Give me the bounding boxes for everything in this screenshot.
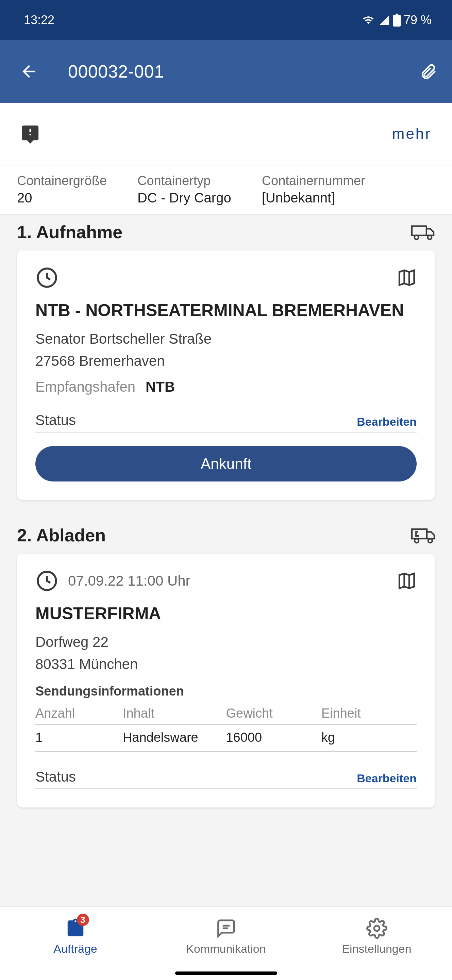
attachment-button[interactable] bbox=[418, 61, 438, 82]
svg-point-7 bbox=[415, 539, 419, 543]
map-icon[interactable] bbox=[397, 571, 417, 591]
section-title: 1. Aufnahme bbox=[17, 222, 122, 242]
svg-rect-1 bbox=[395, 14, 398, 16]
svg-point-3 bbox=[415, 235, 419, 240]
port-label: Empfangshafen bbox=[35, 379, 135, 395]
nav-settings[interactable]: Einstellungen bbox=[301, 907, 452, 966]
meta-label: Containertyp bbox=[137, 173, 231, 188]
back-button[interactable] bbox=[17, 60, 41, 83]
gear-icon bbox=[366, 918, 387, 939]
meta-value: 20 bbox=[17, 190, 107, 205]
truck-icon bbox=[411, 526, 435, 545]
col-content: Inhalt bbox=[123, 706, 226, 721]
wifi-icon bbox=[361, 14, 376, 26]
truck-icon bbox=[411, 223, 435, 242]
chat-icon bbox=[216, 918, 237, 939]
gesture-bar bbox=[0, 966, 452, 980]
section-title: 2. Abladen bbox=[17, 525, 106, 546]
clock-icon[interactable] bbox=[35, 266, 59, 289]
stop-name: MUSTERFIRMA bbox=[35, 603, 417, 625]
signal-icon bbox=[379, 14, 390, 26]
meta-label: Containergröße bbox=[17, 173, 107, 188]
stop-street: Senator Bortscheller Straße bbox=[35, 328, 417, 350]
meta-value: DC - Dry Cargo bbox=[137, 190, 231, 205]
status-bar: 13:22 79 % bbox=[0, 0, 452, 40]
nav-label: Einstellungen bbox=[342, 942, 411, 956]
more-link[interactable]: mehr bbox=[392, 125, 431, 142]
status-label: Status bbox=[35, 412, 76, 428]
nav-communication[interactable]: Kommunikation bbox=[151, 907, 301, 966]
svg-point-8 bbox=[428, 539, 432, 543]
arrival-button[interactable]: Ankunft bbox=[35, 446, 417, 482]
table-row: 1 Handelsware 16000 kg bbox=[35, 725, 417, 752]
section-header-unload: 2. Abladen bbox=[0, 518, 452, 550]
stop-card-pickup: NTB - NORTHSEATERMINAL BREMERHAVEN Senat… bbox=[17, 250, 435, 500]
status-label: Status bbox=[35, 769, 76, 785]
cell-unit: kg bbox=[321, 730, 417, 745]
paperclip-icon bbox=[419, 61, 438, 82]
stop-street: Dorfweg 22 bbox=[35, 631, 417, 653]
battery-percent: 79 % bbox=[404, 13, 431, 27]
meta-label: Containernummer bbox=[262, 173, 365, 188]
arrow-left-icon bbox=[19, 62, 38, 81]
meta-value: [Unbekannt] bbox=[262, 190, 365, 205]
container-meta: Containergröße 20 Containertyp DC - Dry … bbox=[0, 165, 452, 215]
edit-link[interactable]: Bearbeiten bbox=[357, 415, 417, 428]
page-title: 000032-001 bbox=[68, 61, 418, 82]
col-unit: Einheit bbox=[321, 706, 417, 721]
stop-city: 27568 Bremerhaven bbox=[35, 350, 417, 372]
nav-label: Aufträge bbox=[53, 942, 97, 956]
cell-weight: 16000 bbox=[226, 730, 321, 745]
battery-icon bbox=[393, 14, 401, 27]
svg-point-4 bbox=[428, 235, 432, 240]
svg-point-10 bbox=[374, 926, 379, 931]
nav-orders[interactable]: 3 Aufträge bbox=[0, 907, 151, 966]
col-weight: Gewicht bbox=[226, 706, 321, 721]
app-bar: 000032-001 bbox=[0, 40, 452, 103]
info-strip: mehr bbox=[0, 103, 452, 165]
clock-time: 13:22 bbox=[24, 13, 54, 27]
port-value: NTB bbox=[146, 379, 175, 395]
stop-city: 80331 München bbox=[35, 653, 417, 675]
section-header-pickup: 1. Aufnahme bbox=[0, 215, 452, 247]
svg-rect-2 bbox=[412, 226, 427, 235]
stop-time: 07.09.22 11:00 Uhr bbox=[68, 573, 190, 589]
cell-count: 1 bbox=[35, 730, 123, 745]
map-icon[interactable] bbox=[397, 268, 417, 288]
stop-card-unload: 07.09.22 11:00 Uhr MUSTERFIRMA Dorfweg 2… bbox=[17, 554, 435, 808]
col-count: Anzahl bbox=[35, 706, 123, 721]
stop-name: NTB - NORTHSEATERMINAL BREMERHAVEN bbox=[35, 299, 417, 321]
svg-rect-0 bbox=[393, 15, 401, 27]
clock-icon[interactable] bbox=[35, 569, 59, 592]
nav-label: Kommunikation bbox=[186, 942, 266, 956]
cell-content: Handelsware bbox=[123, 730, 226, 745]
shipment-info-title: Sendungsinformationen bbox=[35, 684, 417, 698]
svg-rect-6 bbox=[412, 529, 427, 539]
edit-link[interactable]: Bearbeiten bbox=[357, 772, 417, 785]
nav-badge: 3 bbox=[77, 914, 89, 926]
alert-icon[interactable] bbox=[21, 124, 40, 143]
bottom-nav: 3 Aufträge Kommunikation Einstellungen bbox=[0, 907, 452, 966]
shipment-table: Anzahl Inhalt Gewicht Einheit 1 Handelsw… bbox=[35, 706, 417, 752]
